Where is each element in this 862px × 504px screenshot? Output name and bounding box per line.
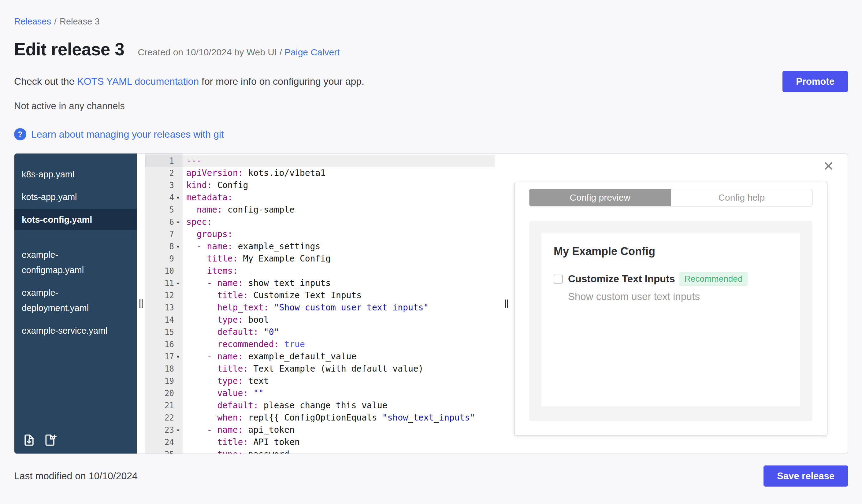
customize-text-inputs-checkbox[interactable] bbox=[554, 275, 563, 283]
code-line-2[interactable]: apiVersion: kots.io/v1beta1 bbox=[186, 167, 495, 179]
drag-grip-icon bbox=[505, 300, 508, 308]
code-line-10[interactable]: items: bbox=[186, 265, 495, 277]
config-item-row: Customize Text Inputs Recommended bbox=[554, 272, 788, 286]
gutter-line-23[interactable]: 23▾ bbox=[145, 424, 183, 436]
created-text: Created on 10/10/2024 by Web UI / bbox=[138, 47, 285, 57]
code-line-3[interactable]: kind: Config bbox=[186, 179, 495, 191]
gutter-line-8[interactable]: 8▾ bbox=[145, 240, 183, 253]
page-title: Edit release 3 bbox=[14, 39, 125, 59]
fold-arrow-icon[interactable]: ▾ bbox=[174, 427, 182, 433]
file-list-bottom: example-configmap.yamlexample-deployment… bbox=[14, 244, 137, 341]
close-icon[interactable]: × bbox=[823, 157, 834, 174]
fold-arrow-icon[interactable]: ▾ bbox=[174, 280, 182, 287]
doc-row: Check out the KOTS YAML documentation fo… bbox=[14, 71, 848, 92]
code-line-18[interactable]: title: Text Example (with default value) bbox=[186, 363, 495, 375]
code-line-11[interactable]: - name: show_text_inputs bbox=[186, 277, 495, 289]
config-preview-pane: × Config previewConfig help My Example C… bbox=[495, 154, 848, 453]
add-file-icon[interactable] bbox=[22, 433, 36, 447]
code-line-1[interactable]: --- bbox=[183, 155, 495, 167]
gutter-line-15: 15 bbox=[145, 326, 183, 338]
git-help-row: ? Learn about managing your releases wit… bbox=[14, 128, 848, 141]
code-line-25[interactable]: type: password bbox=[186, 448, 495, 453]
breadcrumb: Releases/Release 3 bbox=[14, 16, 848, 27]
channel-status: Not active in any channels bbox=[14, 101, 848, 111]
title-row: Edit release 3 Created on 10/10/2024 by … bbox=[14, 39, 848, 59]
editor-code-area[interactable]: ---apiVersion: kots.io/v1beta1kind: Conf… bbox=[183, 154, 495, 453]
code-line-8[interactable]: - name: example_settings bbox=[186, 240, 495, 253]
file-tree-divider bbox=[18, 237, 133, 237]
code-line-13[interactable]: help_text: "Show custom user text inputs… bbox=[186, 302, 495, 314]
code-line-21[interactable]: default: please change this value bbox=[186, 399, 495, 412]
question-circle-icon[interactable]: ? bbox=[14, 128, 26, 141]
code-line-12[interactable]: title: Customize Text Inputs bbox=[186, 289, 495, 302]
code-line-6[interactable]: spec: bbox=[186, 216, 495, 228]
config-group-title: My Example Config bbox=[554, 245, 788, 258]
code-line-4[interactable]: metadata: bbox=[186, 191, 495, 204]
footer: Last modified on 10/10/2024 Save release bbox=[14, 465, 848, 487]
file-item-example-service.yaml[interactable]: example-service.yaml bbox=[14, 320, 117, 341]
code-line-20[interactable]: value: "" bbox=[186, 387, 495, 399]
docs-suffix: for more info on configuring your app. bbox=[199, 76, 364, 87]
file-tree-resize-handle[interactable] bbox=[137, 154, 145, 453]
code-line-24[interactable]: title: API token bbox=[186, 436, 495, 448]
gutter-line-14: 14 bbox=[145, 314, 183, 326]
gutter-line-9: 9 bbox=[145, 253, 183, 265]
fold-arrow-icon[interactable]: ▾ bbox=[174, 243, 182, 250]
docs-text: Check out the KOTS YAML documentation fo… bbox=[14, 76, 364, 87]
kots-yaml-docs-link[interactable]: KOTS YAML documentation bbox=[77, 76, 199, 87]
author-link[interactable]: Paige Calvert bbox=[285, 47, 340, 57]
recommended-badge: Recommended bbox=[679, 272, 748, 286]
gutter-line-18: 18 bbox=[145, 363, 183, 375]
file-item-k8s-app.yaml[interactable]: k8s-app.yaml bbox=[14, 164, 137, 185]
code-line-22[interactable]: when: repl{{ ConfigOptionEquals "show_te… bbox=[186, 412, 495, 424]
file-item-kots-config.yaml[interactable]: kots-config.yaml bbox=[14, 209, 137, 230]
release-editor-page: Releases/Release 3 Edit release 3 Create… bbox=[0, 0, 862, 504]
gutter-line-17[interactable]: 17▾ bbox=[145, 350, 183, 363]
fold-arrow-icon[interactable]: ▾ bbox=[174, 219, 182, 225]
code-line-5[interactable]: name: config-sample bbox=[186, 204, 495, 216]
code-line-7[interactable]: groups: bbox=[186, 228, 495, 240]
docs-prefix: Check out the bbox=[14, 76, 77, 87]
tab-config-help[interactable]: Config help bbox=[671, 189, 812, 206]
drag-grip-icon bbox=[140, 300, 143, 308]
promote-button[interactable]: Promote bbox=[782, 71, 848, 92]
fold-arrow-icon[interactable]: ▾ bbox=[174, 194, 182, 201]
gutter-line-6[interactable]: 6▾ bbox=[145, 216, 183, 228]
gutter-line-11[interactable]: 11▾ bbox=[145, 277, 183, 289]
editor-gutter: 1234▾56▾78▾91011▾121314151617▾1819202122… bbox=[145, 154, 183, 453]
code-line-14[interactable]: type: bool bbox=[186, 314, 495, 326]
code-line-19[interactable]: type: text bbox=[186, 375, 495, 387]
config-preview-card: Config previewConfig help My Example Con… bbox=[514, 182, 827, 436]
file-item-kots-app.yaml[interactable]: kots-app.yaml bbox=[14, 187, 137, 207]
gutter-line-16: 16 bbox=[145, 338, 183, 350]
fold-arrow-icon[interactable]: ▾ bbox=[174, 353, 182, 360]
preview-tabs: Config previewConfig help bbox=[529, 189, 812, 207]
new-file-icon[interactable] bbox=[44, 433, 57, 447]
code-line-16[interactable]: recommended: true bbox=[186, 338, 495, 350]
tab-config-preview[interactable]: Config preview bbox=[530, 189, 671, 206]
config-preview-content: My Example Config Customize Text Inputs … bbox=[541, 233, 800, 407]
file-tree-actions bbox=[22, 433, 57, 447]
gutter-line-3: 3 bbox=[145, 179, 183, 191]
gutter-line-25: 25 bbox=[145, 448, 183, 453]
code-line-17[interactable]: - name: example_default_value bbox=[186, 350, 495, 363]
file-tree: k8s-app.yamlkots-app.yamlkots-config.yam… bbox=[14, 154, 137, 453]
config-item-help-text: Show custom user text inputs bbox=[568, 291, 788, 303]
gutter-line-4[interactable]: 4▾ bbox=[145, 191, 183, 204]
file-item-example-deployment.yaml[interactable]: example-deployment.yaml bbox=[14, 282, 117, 318]
breadcrumb-separator: / bbox=[54, 16, 56, 26]
save-release-button[interactable]: Save release bbox=[763, 465, 848, 487]
code-line-15[interactable]: default: "0" bbox=[186, 326, 495, 338]
gutter-line-19: 19 bbox=[145, 375, 183, 387]
yaml-editor[interactable]: 1234▾56▾78▾91011▾121314151617▾1819202122… bbox=[145, 154, 495, 453]
gutter-line-10: 10 bbox=[145, 265, 183, 277]
preview-resize-handle[interactable] bbox=[505, 300, 508, 308]
code-line-9[interactable]: title: My Example Config bbox=[186, 253, 495, 265]
gutter-line-21: 21 bbox=[145, 399, 183, 412]
git-help-link[interactable]: Learn about managing your releases with … bbox=[31, 129, 224, 140]
gutter-line-24: 24 bbox=[145, 436, 183, 448]
file-item-example-configmap.yaml[interactable]: example-configmap.yaml bbox=[14, 244, 117, 280]
code-line-23[interactable]: - name: api_token bbox=[186, 424, 495, 436]
release-workspace: k8s-app.yamlkots-app.yamlkots-config.yam… bbox=[14, 153, 848, 454]
breadcrumb-releases-link[interactable]: Releases bbox=[14, 16, 51, 26]
